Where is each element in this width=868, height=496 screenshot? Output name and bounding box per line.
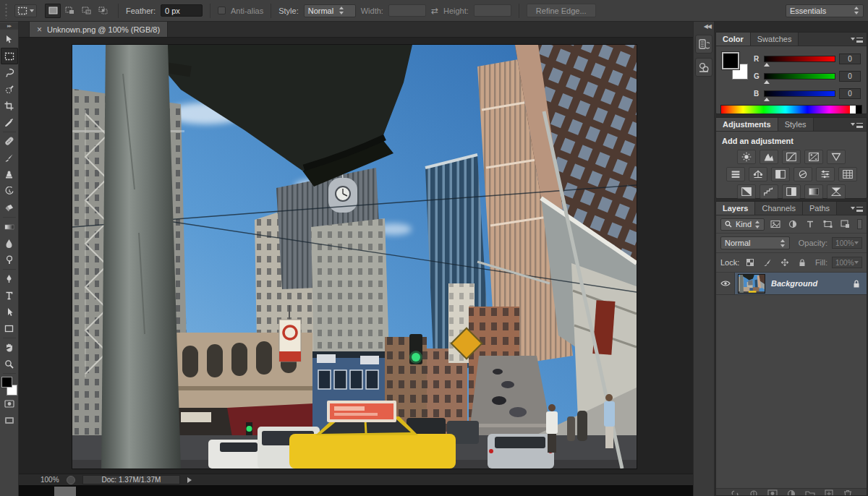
color-balance-button[interactable] [749, 167, 767, 181]
workspace-select[interactable]: Essentials [786, 4, 864, 17]
properties-panel-button[interactable] [695, 58, 712, 77]
screen-mode-button[interactable] [1, 412, 18, 429]
hue-saturation-button[interactable] [726, 167, 745, 181]
invert-button[interactable] [737, 184, 756, 199]
new-layer-icon[interactable] [824, 489, 834, 495]
new-group-icon[interactable] [805, 489, 815, 495]
document-tab[interactable]: × Unknown.png @ 100% (RGB/8) [29, 22, 168, 37]
selective-color-button[interactable] [827, 184, 846, 199]
spot-healing-tool[interactable] [1, 133, 18, 150]
path-selection-tool[interactable] [1, 304, 18, 320]
blue-value[interactable]: 0 [839, 88, 861, 99]
photo-filter-button[interactable] [793, 167, 812, 181]
tab-swatches[interactable]: Swatches [751, 33, 799, 46]
levels-button[interactable] [760, 150, 778, 164]
feather-field[interactable]: 0 px [161, 4, 203, 17]
link-layers-icon[interactable] [730, 489, 740, 495]
tab-layers[interactable]: Layers [716, 202, 755, 215]
close-tab-icon[interactable]: × [37, 25, 42, 34]
lasso-tool[interactable] [1, 64, 18, 81]
add-selection-button[interactable] [61, 4, 77, 18]
doc-size-box[interactable]: Doc: 1.37M/1.37M [82, 475, 181, 484]
options-bar-gripper[interactable] [4, 3, 8, 19]
width-field[interactable] [388, 4, 426, 17]
foreground-background-colors[interactable] [1, 377, 18, 395]
dodge-tool[interactable] [1, 252, 18, 268]
blend-mode-select[interactable]: Normal [720, 236, 790, 249]
exposure-button[interactable] [804, 150, 823, 164]
expand-panels-icon[interactable]: ◀◀ [694, 22, 714, 30]
layer-mask-icon[interactable] [767, 489, 778, 495]
black-white-button[interactable] [771, 167, 790, 181]
panel-menu-icon[interactable] [851, 202, 867, 215]
tab-styles[interactable]: Styles [778, 118, 814, 131]
fill-value[interactable]: 100% [832, 257, 862, 268]
height-field[interactable] [474, 4, 511, 17]
red-slider[interactable] [764, 56, 835, 62]
blur-tool[interactable] [1, 235, 18, 252]
new-selection-button[interactable] [45, 4, 61, 18]
color-lookup-button[interactable] [838, 167, 857, 181]
rectangular-marquee-tool[interactable] [1, 48, 18, 64]
eyedropper-tool[interactable] [1, 114, 18, 131]
green-slider[interactable] [764, 73, 835, 80]
tools-panel-header[interactable]: ▸▸ [0, 22, 18, 30]
adjustment-layer-icon[interactable] [786, 489, 796, 495]
hand-tool[interactable] [1, 339, 18, 356]
eraser-tool[interactable] [1, 200, 18, 216]
active-tool-badge[interactable] [14, 4, 37, 17]
foreground-color-swatch[interactable] [722, 52, 739, 69]
filter-pixel-layers-button[interactable] [769, 220, 782, 228]
slider-thumb[interactable] [764, 63, 770, 67]
filter-kind-select[interactable]: Kind [720, 218, 765, 231]
status-flyout-icon[interactable] [187, 477, 192, 483]
blue-slider[interactable] [764, 90, 835, 97]
threshold-button[interactable] [782, 184, 801, 199]
pen-tool[interactable] [1, 270, 18, 287]
lock-all-button[interactable] [796, 258, 809, 267]
subtract-selection-button[interactable] [78, 4, 94, 18]
zoom-tool[interactable] [1, 356, 18, 372]
zoom-level[interactable]: 100% [41, 476, 59, 484]
slider-thumb[interactable] [764, 98, 770, 101]
slider-thumb[interactable] [764, 80, 770, 84]
brush-tool[interactable] [1, 150, 18, 166]
green-value[interactable]: 0 [839, 71, 861, 82]
selected-layer[interactable]: Background [735, 273, 867, 294]
history-brush-tool[interactable] [1, 183, 18, 200]
brightness-contrast-button[interactable] [737, 150, 756, 164]
vibrance-button[interactable] [827, 150, 846, 164]
quick-mask-button[interactable] [1, 395, 18, 412]
filter-shape-layers-button[interactable] [821, 220, 834, 228]
red-value[interactable]: 0 [839, 54, 861, 64]
tab-paths[interactable]: Paths [803, 202, 837, 215]
opacity-value[interactable]: 100% [832, 237, 862, 249]
filter-smart-objects-button[interactable] [838, 220, 851, 228]
antialias-checkbox[interactable] [218, 7, 226, 14]
lock-transparency-button[interactable] [744, 258, 757, 267]
style-select[interactable]: Normal [304, 4, 356, 17]
delete-layer-icon[interactable] [843, 489, 853, 495]
type-tool[interactable] [1, 287, 18, 304]
tab-color[interactable]: Color [716, 33, 751, 46]
panel-menu-icon[interactable] [851, 33, 867, 46]
layer-name[interactable]: Background [771, 279, 846, 288]
shape-tool[interactable] [1, 320, 18, 337]
gradient-map-button[interactable] [804, 184, 823, 199]
crop-tool[interactable] [1, 98, 18, 114]
tab-adjustments[interactable]: Adjustments [716, 118, 778, 131]
color-fg-bg-swatches[interactable] [722, 52, 748, 80]
lock-position-button[interactable] [778, 258, 791, 267]
filter-type-layers-button[interactable] [804, 220, 817, 228]
layer-row[interactable]: Background [716, 273, 867, 295]
curves-button[interactable] [782, 150, 801, 164]
layer-visibility-cell[interactable] [716, 273, 735, 294]
color-spectrum-ramp[interactable] [720, 105, 862, 114]
refine-edge-button[interactable]: Refine Edge... [527, 4, 596, 17]
tab-channels[interactable]: Channels [755, 202, 802, 215]
lock-pixels-button[interactable] [761, 258, 774, 267]
posterize-button[interactable] [760, 184, 778, 199]
panel-menu-icon[interactable] [851, 118, 867, 131]
swap-dimensions-icon[interactable]: ⇄ [431, 6, 438, 16]
layer-thumbnail[interactable] [738, 274, 765, 294]
